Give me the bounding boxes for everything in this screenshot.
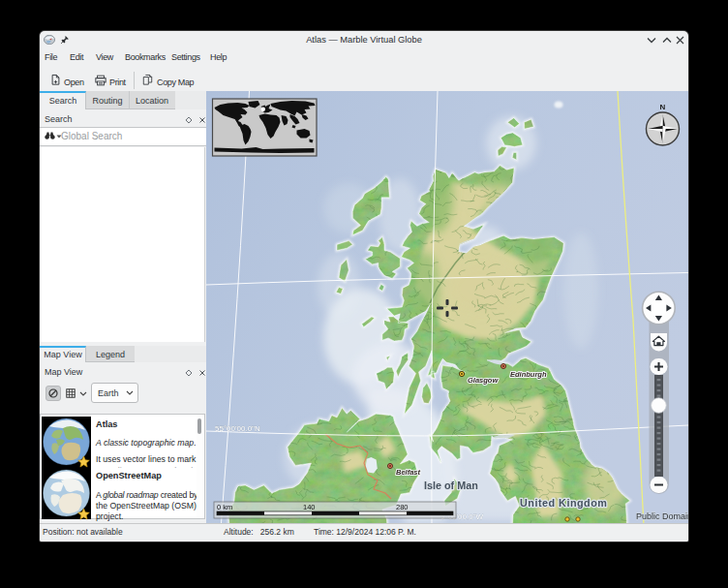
svg-text:N: N	[660, 103, 666, 111]
svg-text:Glasgow: Glasgow	[468, 376, 499, 385]
svg-text:0 km: 0 km	[217, 503, 232, 511]
svg-text:280: 280	[396, 503, 409, 511]
svg-text:140: 140	[303, 503, 316, 511]
svg-text:55°00'00.0"N: 55°00'00.0"N	[215, 424, 260, 433]
svg-text:Belfast: Belfast	[396, 468, 421, 477]
svg-text:Isle of Man: Isle of Man	[424, 480, 478, 491]
svg-text:United Kingdom: United Kingdom	[520, 497, 607, 509]
svg-text:Public Domain: Public Domain	[636, 511, 688, 521]
svg-text:Edinburgh: Edinburgh	[510, 370, 547, 379]
